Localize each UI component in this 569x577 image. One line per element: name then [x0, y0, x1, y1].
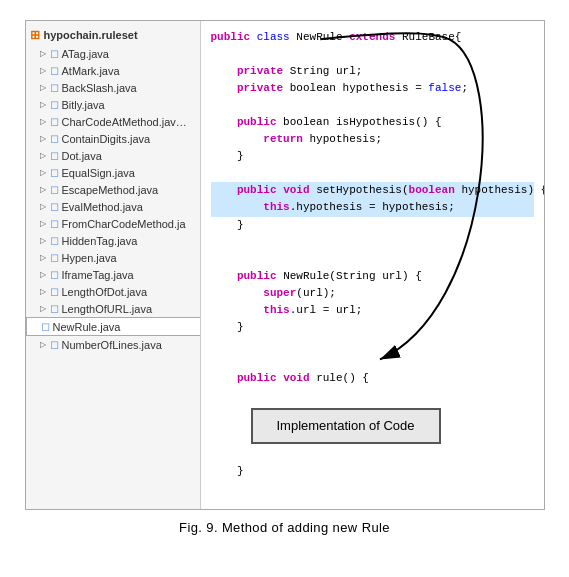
- chevron-icon: ▷: [40, 236, 46, 245]
- code-line: [211, 387, 534, 404]
- figure-container: ⊞ hypochain.ruleset ▷ ◻ ATag.java ▷ ◻ At…: [25, 20, 545, 535]
- file-icon: ◻: [50, 47, 59, 60]
- file-icon: ◻: [50, 166, 59, 179]
- sidebar-item[interactable]: ▷ ◻ Dot.java: [26, 147, 200, 164]
- code-line: public boolean isHypothesis() {: [211, 114, 534, 131]
- code-line: private String url;: [211, 63, 534, 80]
- file-icon: ◻: [50, 285, 59, 298]
- sidebar-item-label: FromCharCodeMethod.ja: [62, 218, 186, 230]
- file-icon: ◻: [50, 81, 59, 94]
- code-line: public void rule() {: [211, 370, 534, 387]
- sidebar-item-label: IframeTag.java: [62, 269, 134, 281]
- sidebar-item-label: LengthOfDot.java: [62, 286, 148, 298]
- chevron-icon: ▷: [40, 134, 46, 143]
- code-line: public NewRule(String url) {: [211, 268, 534, 285]
- file-icon: ◻: [50, 115, 59, 128]
- code-line: [211, 46, 534, 63]
- sidebar-root-label: hypochain.ruleset: [44, 29, 138, 41]
- chevron-icon: ▷: [40, 49, 46, 58]
- code-line: [211, 336, 534, 353]
- chevron-icon: ▷: [40, 151, 46, 160]
- code-line: private boolean hypothesis = false;: [211, 80, 534, 97]
- chevron-icon: ▷: [40, 219, 46, 228]
- sidebar-item-label: EvalMethod.java: [62, 201, 143, 213]
- sidebar-item-label: BackSlash.java: [62, 82, 137, 94]
- file-icon: ◻: [50, 302, 59, 315]
- sidebar: ⊞ hypochain.ruleset ▷ ◻ ATag.java ▷ ◻ At…: [26, 21, 201, 509]
- code-line: }: [211, 463, 534, 480]
- file-icon: ◻: [41, 320, 50, 333]
- code-line: [211, 234, 534, 251]
- code-line: [211, 165, 534, 182]
- file-icon: ◻: [50, 64, 59, 77]
- sidebar-item-label: Dot.java: [62, 150, 102, 162]
- sidebar-item-label: EscapeMethod.java: [62, 184, 159, 196]
- sidebar-item[interactable]: ▷ ◻ LengthOfURL.java: [26, 300, 200, 317]
- sidebar-item[interactable]: ▷ ◻ NumberOfLines.java: [26, 336, 200, 353]
- sidebar-item-label: HiddenTag.java: [62, 235, 138, 247]
- sidebar-item[interactable]: ▷ ◻ IframeTag.java: [26, 266, 200, 283]
- sidebar-item-label: NumberOfLines.java: [62, 339, 162, 351]
- sidebar-item[interactable]: ▷ ◻ Hypen.java: [26, 249, 200, 266]
- chevron-icon: ▷: [40, 253, 46, 262]
- code-line: return hypothesis;: [211, 131, 534, 148]
- file-icon: ◻: [50, 149, 59, 162]
- sidebar-item[interactable]: ▷ ◻ ContainDigits.java: [26, 130, 200, 147]
- sidebar-item[interactable]: ▷ ◻ EqualSign.java: [26, 164, 200, 181]
- file-icon: ◻: [50, 217, 59, 230]
- sidebar-item[interactable]: ▷ ◻ ATag.java: [26, 45, 200, 62]
- sidebar-item-label: ATag.java: [62, 48, 110, 60]
- code-line: this.url = url;: [211, 302, 534, 319]
- sidebar-item[interactable]: ▷ ◻ Bitly.java: [26, 96, 200, 113]
- sidebar-item-label: Hypen.java: [62, 252, 117, 264]
- chevron-icon: ▷: [40, 287, 46, 296]
- code-line: public class NewRule extends RuleBase{: [211, 29, 534, 46]
- implementation-box: Implementation of Code: [251, 408, 441, 444]
- code-line: super(url);: [211, 285, 534, 302]
- file-icon: ◻: [50, 251, 59, 264]
- screenshot-box: ⊞ hypochain.ruleset ▷ ◻ ATag.java ▷ ◻ At…: [25, 20, 545, 510]
- code-panel: public class NewRule extends RuleBase{ p…: [201, 21, 544, 509]
- sidebar-item[interactable]: ▷ ◻ EscapeMethod.java: [26, 181, 200, 198]
- chevron-icon: ▷: [40, 66, 46, 75]
- file-icon: ◻: [50, 183, 59, 196]
- chevron-icon: ▷: [40, 202, 46, 211]
- code-line: }: [211, 319, 534, 336]
- file-icon: ◻: [50, 200, 59, 213]
- sidebar-item[interactable]: ▷ ◻ FromCharCodeMethod.ja: [26, 215, 200, 232]
- code-line: [211, 353, 534, 370]
- chevron-icon: ▷: [40, 304, 46, 313]
- chevron-icon: ▷: [40, 270, 46, 279]
- code-line-highlight: public void setHypothesis(boolean hypoth…: [211, 182, 534, 199]
- sidebar-item[interactable]: ▷ ◻ EvalMethod.java: [26, 198, 200, 215]
- code-line: [211, 446, 534, 463]
- sidebar-item[interactable]: ▷ ◻ AtMark.java: [26, 62, 200, 79]
- sidebar-item-label: ContainDigits.java: [62, 133, 151, 145]
- code-line: [211, 97, 534, 114]
- sidebar-item-label: CharCodeAtMethod.jav…: [62, 116, 187, 128]
- file-icon: ◻: [50, 98, 59, 111]
- file-icon: ◻: [50, 268, 59, 281]
- sidebar-item[interactable]: ▷ ◻ LengthOfDot.java: [26, 283, 200, 300]
- file-icon: ◻: [50, 132, 59, 145]
- implementation-box-container: Implementation of Code: [231, 406, 534, 444]
- code-line: [211, 251, 534, 268]
- chevron-icon: ▷: [40, 168, 46, 177]
- figure-caption: Fig. 9. Method of adding new Rule: [179, 520, 390, 535]
- sidebar-item-label: EqualSign.java: [62, 167, 135, 179]
- sidebar-item-label: Bitly.java: [62, 99, 105, 111]
- chevron-icon: ▷: [40, 340, 46, 349]
- file-icon: ◻: [50, 338, 59, 351]
- code-line-highlight: this.hypothesis = hypothesis;: [211, 199, 534, 216]
- sidebar-item[interactable]: ▷ ◻ BackSlash.java: [26, 79, 200, 96]
- sidebar-item[interactable]: ▷ ◻ HiddenTag.java: [26, 232, 200, 249]
- sidebar-item[interactable]: ▷ ◻ CharCodeAtMethod.jav…: [26, 113, 200, 130]
- chevron-icon: ▷: [40, 117, 46, 126]
- sidebar-root: ⊞ hypochain.ruleset: [26, 25, 200, 45]
- sidebar-item-label: NewRule.java: [53, 321, 121, 333]
- chevron-icon: ▷: [40, 185, 46, 194]
- sidebar-item-newrule[interactable]: ◻ NewRule.java: [26, 317, 200, 336]
- hash-icon: ⊞: [30, 28, 40, 42]
- code-line: }: [211, 217, 534, 234]
- sidebar-item-label: AtMark.java: [62, 65, 120, 77]
